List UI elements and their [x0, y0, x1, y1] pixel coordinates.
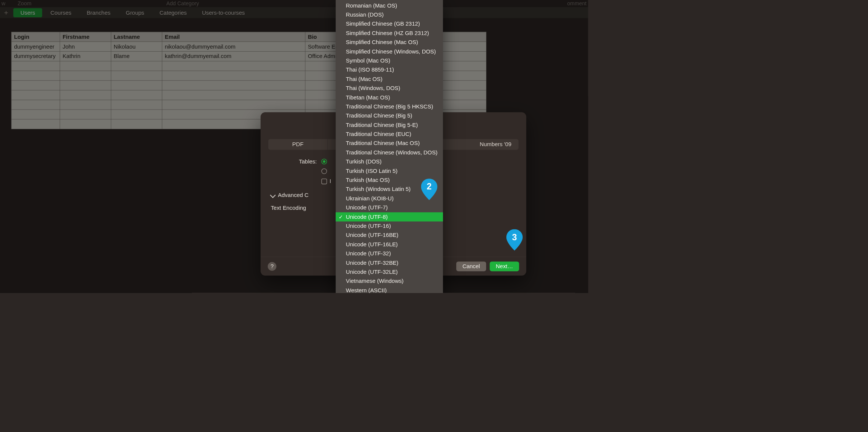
encoding-option[interactable]: Turkish (DOS): [336, 157, 443, 166]
encoding-option[interactable]: Simplified Chinese (Mac OS): [336, 38, 443, 47]
chevron-down-icon[interactable]: [270, 192, 276, 198]
encoding-option[interactable]: Unicode (UTF-32): [336, 249, 443, 258]
tables-label: Tables:: [271, 158, 317, 165]
encoding-option[interactable]: Vietnamese (Windows): [336, 276, 443, 285]
encoding-option[interactable]: Russian (DOS): [336, 10, 443, 19]
encoding-option[interactable]: Thai (Windows, DOS): [336, 84, 443, 93]
encoding-option[interactable]: Thai (Mac OS): [336, 75, 443, 84]
encoding-option[interactable]: Traditional Chinese (Big 5): [336, 111, 443, 120]
encoding-option[interactable]: Traditional Chinese (Big 5 HKSCS): [336, 102, 443, 111]
encoding-option[interactable]: Simplified Chinese (Windows, DOS): [336, 47, 443, 56]
help-button[interactable]: ?: [268, 262, 276, 270]
encoding-option[interactable]: Thai (ISO 8859-11): [336, 65, 443, 74]
next-button[interactable]: Next…: [490, 261, 519, 271]
cancel-button[interactable]: Cancel: [456, 261, 486, 271]
encoding-option[interactable]: Unicode (UTF-7): [336, 203, 443, 212]
encoding-option[interactable]: Traditional Chinese (EUC): [336, 130, 443, 139]
advanced-options-label[interactable]: Advanced C: [278, 192, 308, 198]
format-pdf[interactable]: PDF: [268, 139, 328, 150]
include-checkbox[interactable]: [321, 179, 327, 184]
encoding-option[interactable]: Unicode (UTF-32BE): [336, 258, 443, 267]
encoding-option[interactable]: Simplified Chinese (HZ GB 2312): [336, 29, 443, 38]
annotation-pin-3: 3: [506, 229, 523, 250]
include-label: I: [330, 178, 331, 185]
encoding-option[interactable]: Unicode (UTF-16LE): [336, 240, 443, 249]
radio-option-1[interactable]: [321, 159, 327, 164]
encoding-option[interactable]: Unicode (UTF-16BE): [336, 231, 443, 240]
encoding-option[interactable]: Unicode (UTF-32LE): [336, 267, 443, 276]
encoding-option[interactable]: Simplified Chinese (GB 2312): [336, 19, 443, 28]
radio-option-2[interactable]: [321, 168, 327, 174]
encoding-option[interactable]: Traditional Chinese (Mac OS): [336, 139, 443, 148]
text-encoding-label: Text Encoding: [271, 205, 306, 211]
encoding-option[interactable]: Western (ASCII): [336, 286, 443, 293]
encoding-option[interactable]: Unicode (UTF-16): [336, 221, 443, 231]
encoding-option[interactable]: Traditional Chinese (Big 5-E): [336, 121, 443, 130]
encoding-option[interactable]: Tibetan (Mac OS): [336, 93, 443, 102]
encoding-option[interactable]: Unicode (UTF-8): [336, 212, 443, 221]
text-encoding-dropdown[interactable]: Romanian (Mac OS)Russian (DOS)Simplified…: [336, 0, 443, 293]
annotation-pin-2: 2: [421, 179, 437, 200]
encoding-option[interactable]: Romanian (Mac OS): [336, 1, 443, 10]
encoding-option[interactable]: Turkish (ISO Latin 5): [336, 166, 443, 176]
encoding-option[interactable]: Traditional Chinese (Windows, DOS): [336, 148, 443, 157]
encoding-option[interactable]: Symbol (Mac OS): [336, 56, 443, 65]
